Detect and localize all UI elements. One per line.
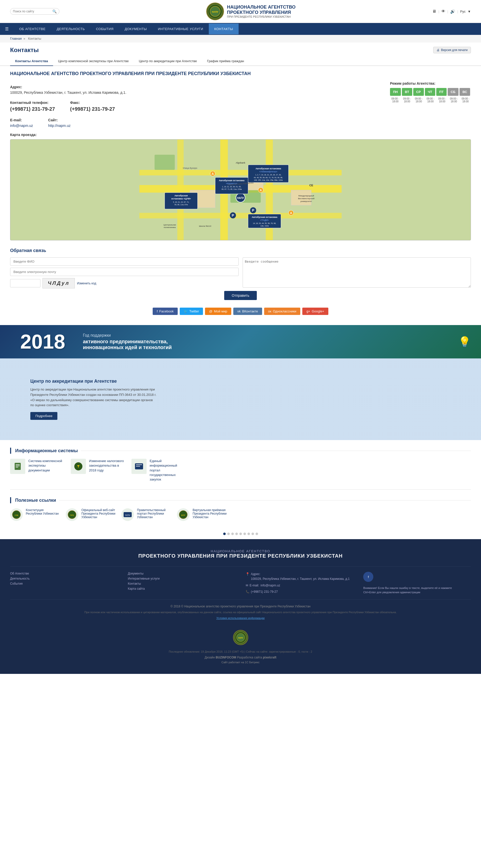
svg-rect-58 bbox=[15, 463, 21, 470]
dot-5[interactable] bbox=[239, 533, 242, 535]
link-card-4[interactable]: ВПР Виртуальная приёмная Президента Респ… bbox=[177, 508, 227, 521]
svg-text:Algobank: Algobank bbox=[236, 161, 246, 164]
svg-text:Школа №110: Школа №110 bbox=[199, 225, 211, 227]
sound-icon[interactable]: 🔊 bbox=[450, 9, 455, 14]
tab-contacts-agency[interactable]: Контакты Агентства bbox=[10, 57, 53, 66]
day-tuesday: ВТ bbox=[402, 88, 412, 96]
time-thursday: 09:00 - 18:00 bbox=[425, 97, 436, 103]
map-label: Карта проезда: bbox=[10, 133, 471, 137]
header-logo: НАПУ НАЦИОНАЛЬНОЕ АГЕНТСТВО ПРОЕКТНОГО У… bbox=[196, 3, 295, 20]
card-icon-1 bbox=[10, 459, 25, 474]
info-card-1[interactable]: Система комплексной экспертизы документа… bbox=[10, 459, 66, 482]
tab-complex-expertise[interactable]: Центр комплексной экспертизы при Агентст… bbox=[53, 57, 134, 66]
nav-item-contacts[interactable]: КОНТАКТЫ bbox=[209, 24, 238, 34]
message-textarea[interactable] bbox=[243, 257, 471, 288]
svg-rect-8 bbox=[178, 140, 184, 240]
svg-text:1, 19, 21, 33, 36, 51, 55,: 1, 19, 21, 33, 36, 51, 55, bbox=[222, 186, 242, 188]
odnoklassniki-button[interactable]: ок Одноклассники bbox=[264, 308, 300, 315]
svg-text:60, 67, 71, 85, 11м, 153м: 60, 67, 71, 85, 11м, 153м bbox=[222, 188, 242, 190]
search-icon: 🔍 bbox=[52, 9, 57, 13]
social-bar: f Facebook 🐦 Twitter @ Мой мир vk ВКонта… bbox=[10, 308, 471, 315]
footer-link-activity[interactable]: Деятельность bbox=[10, 577, 118, 580]
vk-icon: vk bbox=[237, 309, 241, 313]
feedback-form: ЧЛДул Изменить код bbox=[10, 257, 471, 288]
dot-9[interactable] bbox=[256, 533, 258, 535]
footer-updated: Последнее обновление: 19 Декабря 2018, 1… bbox=[10, 650, 471, 653]
nav-item-services[interactable]: ИНТЕРАКТИВНЫЕ УСЛУГИ bbox=[152, 24, 209, 34]
twitter-button[interactable]: 🐦 Twitter bbox=[180, 308, 203, 315]
vkontakte-button[interactable]: vk ВКонтакте bbox=[233, 308, 262, 315]
link-card-3[interactable]: GOV Правительственный портал Республики … bbox=[121, 508, 172, 521]
info-card-2[interactable]: ₸ Изменение налогового законодательства … bbox=[71, 459, 126, 482]
language-selector[interactable]: Рус bbox=[460, 10, 466, 13]
header-title: НАЦИОНАЛЬНОЕ АГЕНТСТВО ПРОЕКТНОГО УПРАВЛ… bbox=[227, 5, 295, 18]
map-container[interactable]: НАПУ Автобусная остановка «Узбекнефтегаз… bbox=[10, 139, 471, 240]
nav-item-documents[interactable]: ДОКУМЕНТЫ bbox=[119, 24, 152, 34]
link-card-2[interactable]: ПРЕ Официальный веб-сайт Президента Респ… bbox=[66, 508, 116, 521]
footer-col-social: f Внимание! Если Вы нашли ошибку в текст… bbox=[363, 572, 471, 594]
captcha-row: ЧЛДул Изменить код bbox=[10, 278, 238, 288]
footer-facebook-button[interactable]: f bbox=[363, 572, 373, 582]
link-icon-2: ПРЕ bbox=[66, 508, 78, 521]
dot-3[interactable] bbox=[231, 533, 234, 535]
dot-1[interactable] bbox=[223, 533, 226, 535]
name-input[interactable] bbox=[10, 257, 238, 266]
nav-item-activity[interactable]: ДЕЯТЕЛЬНОСТЬ bbox=[51, 24, 90, 34]
main-navigation: ☰ ОБ АГЕНТСТВЕ ДЕЯТЕЛЬНОСТЬ СОБЫТИЯ ДОКУ… bbox=[0, 23, 481, 35]
work-schedule: Режим работы Агентства: ПН ВТ СР ЧТ ПТ С… bbox=[390, 82, 471, 128]
footer-link-documents[interactable]: Документы bbox=[128, 572, 235, 575]
svg-text:ВПР: ВПР bbox=[181, 514, 185, 517]
footer-design: Дизайн BUZINFOCOM Разработка сайта pixel… bbox=[10, 656, 471, 659]
header-right: 🖥 | 👁 | 🔊 | Рус ▼ bbox=[432, 9, 481, 14]
nav-item-events[interactable]: СОБЫТИЯ bbox=[91, 24, 119, 34]
footer-link-contacts[interactable]: Контакты bbox=[128, 582, 235, 585]
banner-text: Год поддержки активного предпринимательс… bbox=[83, 333, 172, 350]
eye-icon[interactable]: 👁 bbox=[441, 9, 445, 14]
link-text-1: Конституция Республики Узбекистан bbox=[26, 508, 61, 516]
submit-button[interactable]: Отправить bbox=[224, 291, 257, 300]
footer-link-events[interactable]: События bbox=[10, 582, 118, 585]
screen-icon[interactable]: 🖥 bbox=[432, 9, 436, 14]
footer-link-services[interactable]: Интерактивные услуги bbox=[128, 577, 235, 580]
dot-6[interactable] bbox=[244, 533, 246, 535]
svg-text:УЗБ: УЗБ bbox=[15, 514, 19, 517]
nav-item-about[interactable]: ОБ АГЕНТСТВЕ bbox=[14, 24, 51, 34]
moi-mir-button[interactable]: @ Мой мир bbox=[205, 308, 231, 315]
captcha-input[interactable] bbox=[10, 279, 40, 287]
phone-label: Контактный телефон: bbox=[10, 101, 55, 105]
dot-8[interactable] bbox=[252, 533, 254, 535]
info-card-3[interactable]: Единый информационный портал государстве… bbox=[131, 459, 187, 482]
search-bar[interactable]: 🔍 bbox=[10, 8, 59, 15]
address-value: 100029, Республика Узбекистан, г. Ташкен… bbox=[10, 91, 380, 95]
dot-7[interactable] bbox=[248, 533, 250, 535]
svg-text:14, 18, 33, 44, 55, 58, 78, 98: 14, 18, 33, 44, 55, 58, 78, 98, bbox=[253, 222, 276, 224]
email-icon: ✉ bbox=[246, 583, 248, 588]
dot-2[interactable] bbox=[227, 533, 230, 535]
print-button[interactable]: 🖨 Версия для печати bbox=[433, 47, 471, 53]
info-systems-cards: Система комплексной экспертизы документа… bbox=[10, 459, 471, 482]
phone-value: (+99871) 231-79-27 bbox=[10, 106, 55, 112]
breadcrumb-home[interactable]: Главная bbox=[10, 37, 22, 40]
hamburger-menu[interactable]: ☰ bbox=[0, 23, 14, 35]
dot-4[interactable] bbox=[235, 533, 238, 535]
svg-text:НАПУ: НАПУ bbox=[238, 637, 243, 639]
accessibility-icons: 🖥 | 👁 | 🔊 | Рус ▼ bbox=[432, 9, 471, 14]
svg-text:P: P bbox=[252, 208, 254, 212]
svg-rect-11 bbox=[155, 155, 175, 170]
tab-reception-schedule[interactable]: График приёма граждан bbox=[202, 57, 249, 66]
detail-button[interactable]: Подробнее bbox=[30, 412, 57, 420]
email-input[interactable] bbox=[10, 268, 238, 276]
terms-link[interactable]: Условия использования информации bbox=[216, 617, 265, 620]
logo-emblem: НАПУ bbox=[206, 3, 224, 20]
accreditation-title: Центр по аккредитации при Агентстве bbox=[30, 379, 451, 384]
footer-address: 📍 Адрес: 100029, Республика Узбекистан, … bbox=[246, 572, 353, 594]
google-plus-button[interactable]: g+ Google+ bbox=[302, 308, 328, 315]
footer-link-sitemap[interactable]: Карта сайта bbox=[128, 587, 235, 590]
search-input[interactable] bbox=[13, 10, 51, 13]
change-code-button[interactable]: Изменить код bbox=[77, 282, 96, 285]
facebook-button[interactable]: f Facebook bbox=[153, 308, 178, 315]
tab-accreditation[interactable]: Центр по аккредитации при Агентстве bbox=[134, 57, 202, 66]
link-card-1[interactable]: УЗБ Конституция Республики Узбекистан bbox=[10, 508, 61, 521]
footer-link-about[interactable]: Об Агентстве bbox=[10, 572, 118, 575]
feedback-right-col bbox=[243, 257, 471, 288]
